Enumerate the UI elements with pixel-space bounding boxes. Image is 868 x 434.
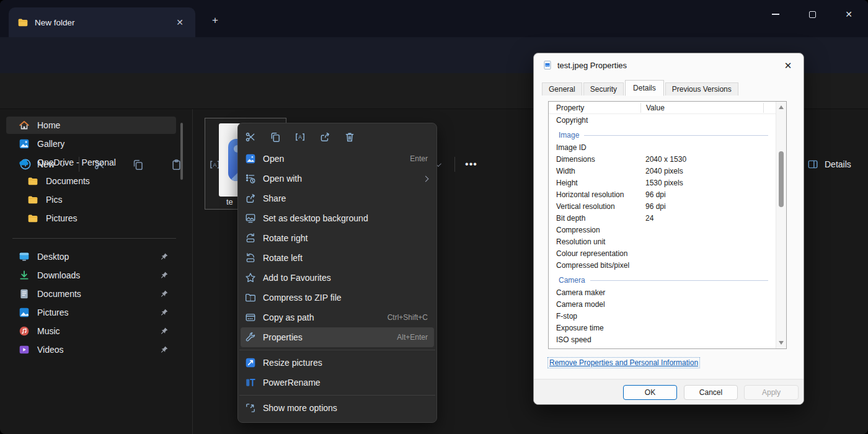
- menu-item-set-desktop-background[interactable]: Set as desktop background: [238, 208, 436, 228]
- sidebar-item-pictures-onedrive[interactable]: Pictures: [6, 210, 176, 227]
- property-row[interactable]: Resolution unit: [549, 236, 776, 247]
- more-options-button[interactable]: •••: [459, 155, 484, 174]
- gallery-icon: [19, 138, 30, 149]
- sidebar-item-pictures[interactable]: Pictures: [6, 304, 176, 321]
- property-row[interactable]: Dimensions 2040 x 1530: [549, 153, 776, 165]
- menu-item-rotate-right[interactable]: Rotate right: [238, 228, 436, 248]
- property-row[interactable]: ISO speed: [549, 334, 776, 345]
- property-row[interactable]: Camera: [549, 274, 776, 286]
- sidebar-item-documents-onedrive[interactable]: Documents: [6, 172, 176, 190]
- remove-properties-link[interactable]: Remove Properties and Personal Informati…: [548, 358, 699, 368]
- ok-button[interactable]: OK: [623, 385, 677, 400]
- column-spacer: [763, 103, 776, 113]
- sidebar-item-onedrive[interactable]: OneDrive - Personal: [6, 154, 176, 171]
- cut-icon[interactable]: [238, 127, 263, 147]
- property-row[interactable]: Copyright: [549, 114, 776, 126]
- property-row[interactable]: F-stop: [549, 310, 776, 322]
- details-pane-button[interactable]: Details: [801, 154, 856, 175]
- property-row[interactable]: Exposure time: [549, 322, 776, 334]
- menu-divider: [239, 395, 435, 396]
- pin-icon: [160, 345, 169, 354]
- videos-icon: [19, 344, 30, 355]
- property-row[interactable]: Compressed bits/pixel: [549, 259, 776, 271]
- tab-previous-versions[interactable]: Previous Versions: [665, 82, 738, 95]
- share-icon: [244, 192, 257, 205]
- property-row[interactable]: Image: [549, 129, 776, 141]
- scroll-down-icon[interactable]: [779, 341, 784, 345]
- tab-security[interactable]: Security: [583, 82, 624, 95]
- dialog-footer: OK Cancel Apply: [534, 379, 804, 404]
- sidebar-divider: [12, 238, 176, 239]
- title-bar: New folder ✕ + ✕: [0, 0, 868, 37]
- dialog-scrollbar[interactable]: [776, 102, 786, 348]
- sidebar-scrollbar[interactable]: [180, 123, 183, 180]
- menu-item-share[interactable]: Share: [238, 188, 436, 208]
- sidebar-item-music[interactable]: Music: [6, 322, 176, 340]
- explorer-tab[interactable]: New folder ✕: [9, 7, 195, 37]
- property-row[interactable]: Height 1530 pixels: [549, 177, 776, 188]
- property-row[interactable]: Compression: [549, 224, 776, 236]
- menu-item-rotate-left[interactable]: Rotate left: [238, 248, 436, 268]
- share-icon[interactable]: [312, 127, 337, 147]
- pin-icon: [160, 252, 169, 261]
- menu-item-resize-pictures[interactable]: Resize pictures: [238, 353, 436, 373]
- property-row[interactable]: Image ID: [549, 141, 776, 153]
- menu-item-open-with[interactable]: Open with: [238, 169, 436, 188]
- properties-list-header: Property Value: [549, 102, 776, 114]
- scrollbar-thumb[interactable]: [779, 151, 784, 207]
- menu-item-powerrename[interactable]: PowerRename: [238, 373, 436, 392]
- property-row[interactable]: Horizontal resolution 96 dpi: [549, 188, 776, 200]
- menu-item-show-more-options[interactable]: Show more options: [238, 398, 436, 418]
- pin-icon: [160, 290, 169, 298]
- cancel-button[interactable]: Cancel: [684, 385, 738, 400]
- new-tab-button[interactable]: +: [207, 12, 223, 29]
- maximize-button[interactable]: [798, 5, 826, 24]
- pin-icon: [160, 271, 169, 280]
- open-with-icon: [244, 172, 257, 185]
- menu-item-properties[interactable]: Properties Alt+Enter: [241, 327, 434, 347]
- desktop-background-icon: [244, 212, 257, 224]
- tab-details[interactable]: Details: [625, 80, 664, 96]
- dialog-title: test.jpeg Properties: [557, 61, 627, 70]
- property-row[interactable]: Colour representation: [549, 247, 776, 259]
- downloads-icon: [19, 270, 30, 281]
- property-row[interactable]: Bit depth 24: [549, 212, 776, 224]
- sidebar-item-gallery[interactable]: Gallery: [6, 135, 176, 153]
- sidebar-item-videos[interactable]: Videos: [6, 341, 176, 358]
- property-row[interactable]: Camera model: [549, 298, 776, 310]
- image-app-icon: [244, 153, 257, 165]
- sidebar-item-pics[interactable]: Pics: [6, 191, 176, 208]
- apply-button[interactable]: Apply: [744, 385, 799, 400]
- property-row[interactable]: Camera maker: [549, 286, 776, 298]
- property-row[interactable]: Width 2040 pixels: [549, 165, 776, 177]
- delete-icon[interactable]: [337, 127, 362, 147]
- pin-icon: [160, 308, 169, 317]
- sidebar-item-home[interactable]: Home: [6, 117, 176, 134]
- pane-divider[interactable]: [192, 109, 193, 434]
- sidebar-item-desktop[interactable]: Desktop: [6, 248, 176, 265]
- rename-icon[interactable]: A: [288, 127, 312, 147]
- menu-item-add-to-favourites[interactable]: Add to Favourites: [238, 268, 436, 288]
- properties-list: Property Value Copyright Image Image ID: [548, 101, 787, 349]
- menu-item-compress-zip[interactable]: Compress to ZIP file: [238, 288, 436, 308]
- dialog-title-bar[interactable]: test.jpeg Properties ✕: [534, 53, 804, 77]
- sidebar-item-downloads[interactable]: Downloads: [6, 267, 176, 284]
- dialog-close-icon[interactable]: ✕: [780, 58, 796, 73]
- show-more-options-icon: [244, 402, 257, 414]
- folder-icon: [17, 17, 29, 28]
- properties-rows: Copyright Image Image ID Dimensions 2040…: [549, 114, 776, 345]
- column-property: Property: [549, 104, 640, 112]
- tab-general[interactable]: General: [542, 82, 582, 95]
- menu-item-copy-as-path[interactable]: Copy as path Ctrl+Shift+C: [238, 308, 436, 327]
- sidebar-item-documents[interactable]: Documents: [6, 285, 176, 303]
- window-close-button[interactable]: ✕: [835, 5, 863, 24]
- minimize-button[interactable]: [761, 5, 790, 24]
- property-row[interactable]: Vertical resolution 96 dpi: [549, 200, 776, 212]
- copy-icon[interactable]: [263, 127, 288, 147]
- column-value: Value: [640, 103, 763, 113]
- scroll-up-icon[interactable]: [779, 105, 784, 109]
- menu-item-open[interactable]: Open Enter: [238, 149, 436, 169]
- folder-icon: [27, 213, 38, 224]
- tab-close-icon[interactable]: ✕: [173, 16, 187, 29]
- explorer-window: New folder ✕ + ✕ ← → ↑ New folder: [0, 0, 868, 434]
